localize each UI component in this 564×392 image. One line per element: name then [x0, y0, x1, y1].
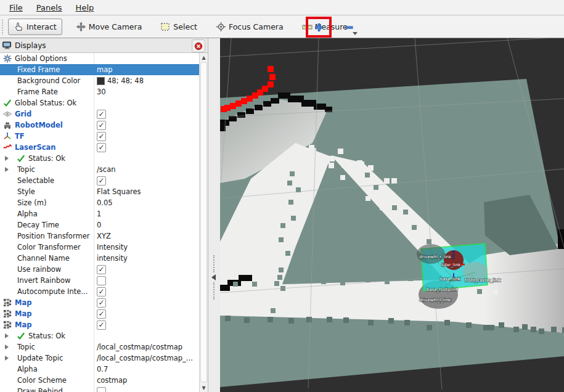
property-label: Color Transformer	[17, 242, 81, 253]
property-label: Topic	[17, 164, 35, 175]
property-value[interactable]: costmap	[97, 375, 127, 386]
scroll-down-icon[interactable]: ▼	[200, 383, 208, 392]
display-row-draw-behind[interactable]: Draw Behind	[0, 386, 200, 392]
checkbox[interactable]: ✓	[97, 265, 106, 274]
property-value[interactable]: intensity	[97, 253, 128, 264]
remove-display-button[interactable]	[340, 19, 358, 35]
checkbox[interactable]	[97, 276, 106, 285]
map-cell	[466, 322, 472, 328]
tool-move-camera[interactable]: Move Camera	[71, 19, 147, 35]
menu-item-panels[interactable]: Panels	[31, 1, 68, 14]
check-icon	[16, 331, 26, 341]
display-row-invert-rainbow[interactable]: Invert Rainbow	[0, 275, 200, 286]
checkbox[interactable]: ✓	[97, 321, 106, 330]
property-value[interactable]: 1	[97, 208, 101, 219]
display-row-global-options[interactable]: Global Options	[0, 53, 200, 64]
map-cell	[306, 317, 312, 322]
map-cell	[368, 165, 374, 171]
property-label: Map	[15, 319, 31, 330]
checkbox[interactable]: ✓	[97, 132, 106, 141]
menu-item-file[interactable]: File	[4, 1, 28, 14]
display-row-status-ok[interactable]: Status: Ok	[0, 153, 200, 164]
display-row-style[interactable]: StyleFlat Squares	[0, 186, 200, 197]
map-cell	[338, 149, 343, 154]
map-cell	[359, 161, 364, 167]
property-value[interactable]: map	[97, 64, 113, 75]
expander-icon[interactable]	[5, 167, 9, 172]
tool-label: Move Camera	[89, 22, 142, 31]
display-row-frame-rate[interactable]: Frame Rate30	[0, 86, 200, 97]
display-row-topic[interactable]: Topic/local_costmap/costmap	[0, 341, 200, 353]
property-value[interactable]: /local_costmap/costmap	[97, 341, 182, 353]
map-icon	[2, 298, 12, 308]
property-label: Fixed Frame	[17, 64, 60, 75]
display-row-use-rainbow[interactable]: Use rainbow✓	[0, 264, 200, 275]
scrollbar-thumb[interactable]	[200, 62, 207, 382]
map-cell	[391, 178, 397, 184]
display-row-grid[interactable]: Grid✓	[0, 108, 200, 120]
display-row-autocompute-inte[interactable]: Autocompute Inte...✓	[0, 286, 200, 297]
tool-focus-camera[interactable]: Focus Camera	[211, 19, 288, 35]
toolbar-grip[interactable]	[1, 19, 4, 35]
checkbox[interactable]	[97, 387, 106, 392]
property-value[interactable]: Flat Squares	[97, 186, 141, 197]
checkbox[interactable]: ✓	[97, 176, 106, 186]
expander-icon[interactable]	[5, 356, 9, 361]
display-row-topic[interactable]: Topic/scan	[0, 164, 200, 175]
checkbox[interactable]: ✓	[97, 110, 106, 119]
display-row-laserscan[interactable]: LaserScan✓	[0, 142, 200, 153]
collapse-panel-icon[interactable]	[211, 274, 216, 280]
display-row-map[interactable]: Map✓	[0, 319, 200, 330]
property-value[interactable]: 0	[97, 219, 101, 231]
display-row-size-m[interactable]: Size (m)0.05	[0, 197, 200, 208]
display-row-selectable[interactable]: Selectable✓	[0, 175, 200, 186]
display-row-decay-time[interactable]: Decay Time0	[0, 219, 200, 231]
property-value[interactable]: 48; 48; 48	[107, 75, 144, 86]
display-row-global-status-ok[interactable]: Global Status: Ok	[0, 97, 200, 108]
display-row-alpha[interactable]: Alpha0.7	[0, 364, 200, 375]
display-row-status-ok[interactable]: Status: Ok	[0, 330, 200, 341]
map-cell	[380, 205, 385, 210]
checkbox[interactable]: ✓	[97, 143, 106, 152]
scroll-up-icon[interactable]: ▲	[200, 53, 208, 62]
property-value[interactable]: /local_costmap/costmap_...	[97, 353, 193, 364]
display-row-alpha[interactable]: Alpha1	[0, 208, 200, 219]
panel-scrollbar[interactable]: ▲ ▼	[199, 53, 208, 392]
displays-panel-icon	[2, 40, 12, 51]
tool-select[interactable]: Select	[155, 19, 202, 35]
checkbox[interactable]: ✓	[97, 121, 106, 130]
display-row-map[interactable]: Map✓	[0, 308, 200, 319]
property-label: Invert Rainbow	[17, 275, 70, 286]
property-value[interactable]: 0.7	[97, 364, 108, 375]
property-value[interactable]: 0.05	[97, 197, 113, 208]
expander-icon[interactable]	[5, 333, 9, 338]
display-row-channel-name[interactable]: Channel Nameintensity	[0, 253, 200, 264]
display-row-robotmodel[interactable]: RobotModel✓	[0, 120, 200, 131]
expander-icon[interactable]	[5, 156, 9, 161]
checkbox[interactable]: ✓	[97, 309, 106, 319]
property-label: Decay Time	[17, 219, 59, 231]
tool-interact[interactable]: Interact	[8, 18, 62, 35]
expander-icon[interactable]	[5, 345, 9, 349]
checkbox[interactable]: ✓	[97, 298, 106, 308]
display-row-color-transformer[interactable]: Color TransformerIntensity	[0, 242, 200, 253]
add-display-button[interactable]	[306, 17, 332, 38]
checkbox[interactable]: ✓	[97, 287, 106, 296]
display-row-color-scheme[interactable]: Color Schemecostmap	[0, 375, 200, 386]
display-row-position-transformer[interactable]: Position TransformerXYZ	[0, 231, 200, 242]
property-value[interactable]: /scan	[97, 164, 116, 175]
move-camera-icon	[76, 22, 86, 32]
property-value[interactable]: Intensity	[97, 242, 128, 253]
close-button[interactable]	[192, 39, 205, 52]
panel-splitter[interactable]	[208, 38, 220, 392]
display-row-update-topic[interactable]: Update Topic/local_costmap/costmap_...	[0, 353, 200, 364]
display-row-tf[interactable]: TF✓	[0, 131, 200, 142]
property-value[interactable]: 30	[97, 86, 106, 97]
menu-item-help[interactable]: Help	[70, 1, 100, 14]
display-row-background-color[interactable]: Background Color48; 48; 48	[0, 75, 200, 86]
3d-viewport[interactable]: drivewhl_r_linklidar_linkbase_linkfront_…	[220, 38, 564, 392]
obstacle-cells	[255, 105, 263, 110]
display-row-fixed-frame[interactable]: Fixed Framemap	[0, 64, 200, 75]
display-row-map[interactable]: Map✓	[0, 297, 200, 308]
property-value[interactable]: XYZ	[97, 231, 111, 242]
